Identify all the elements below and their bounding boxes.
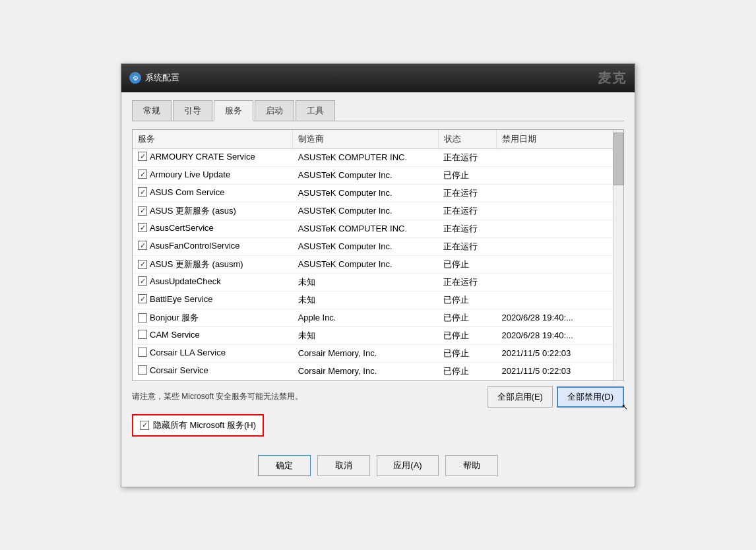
service-name: ARMOURY CRATE Service — [150, 152, 255, 162]
cancel-button[interactable]: 取消 — [317, 455, 370, 476]
table-row[interactable]: ARMOURY CRATE ServiceASUSTeK COMPUTER IN… — [133, 148, 613, 166]
service-manufacturer: 未知 — [293, 291, 439, 309]
table-row[interactable]: ASUS 更新服务 (asusm)ASUSTeK Computer Inc.已停… — [133, 255, 613, 273]
service-status: 正在运行 — [438, 273, 496, 291]
service-checkbox[interactable] — [138, 313, 147, 322]
service-name-cell: AsusUpdateCheck — [133, 274, 293, 289]
service-checkbox[interactable] — [138, 206, 147, 216]
table-row[interactable]: AsusCertServiceASUSTeK COMPUTER INC.正在运行 — [133, 220, 613, 237]
window-title: 系统配置 — [145, 72, 179, 84]
service-name-cell: ASUS 更新服务 (asusm) — [133, 256, 293, 273]
service-status: 正在运行 — [438, 184, 496, 202]
service-manufacturer: ASUSTeK Computer Inc. — [293, 237, 439, 255]
tab-services[interactable]: 服务 — [214, 100, 253, 121]
service-checkbox[interactable] — [138, 294, 147, 303]
col-header-status: 状态 — [438, 130, 496, 149]
apply-button[interactable]: 应用(A) — [377, 455, 438, 476]
service-disabled-date: 2021/11/5 0:22:03 — [496, 344, 613, 362]
table-row[interactable]: AsusUpdateCheck未知正在运行 — [133, 273, 613, 291]
tab-boot[interactable]: 引导 — [173, 100, 212, 121]
table-wrapper: 服务 制造商 状态 禁用日期 ARMOURY CRATE ServiceASUS… — [133, 130, 613, 381]
service-name-cell: BattlEye Service — [133, 291, 293, 307]
service-name: CAM Service — [150, 330, 200, 340]
watermark: 麦克 — [598, 69, 627, 87]
service-name-cell: ASUS 更新服务 (asus) — [133, 202, 293, 220]
service-disabled-date — [496, 202, 613, 220]
col-header-service: 服务 — [133, 130, 293, 149]
notice-text: 请注意，某些 Microsoft 安全服务可能无法禁用。 — [132, 391, 303, 402]
hide-ms-checkbox-row[interactable]: 隐藏所有 Microsoft 服务(H) — [132, 414, 264, 437]
service-name-cell: Corsair LLA Service — [133, 345, 293, 360]
service-name: Corsair LLA Service — [150, 348, 226, 357]
service-manufacturer: Apple Inc. — [293, 309, 439, 326]
ok-button[interactable]: 确定 — [258, 455, 311, 476]
table-row[interactable]: Corsair ServiceCorsair Memory, Inc.已停止20… — [133, 362, 613, 380]
service-manufacturer: ASUSTeK COMPUTER INC. — [293, 220, 439, 237]
help-button[interactable]: 帮助 — [445, 455, 498, 476]
service-checkbox[interactable] — [138, 276, 147, 286]
table-row[interactable]: Bonjour 服务Apple Inc.已停止2020/6/28 19:40:.… — [133, 309, 613, 326]
services-container: 服务 制造商 状态 禁用日期 ARMOURY CRATE ServiceASUS… — [132, 129, 624, 381]
service-name: ASUS 更新服务 (asus) — [150, 205, 236, 217]
main-content: 常规 引导 服务 启动 工具 服务 制造商 状态 禁用日期 — [121, 92, 635, 487]
service-name-cell: AsusCertService — [133, 220, 293, 235]
service-disabled-date — [496, 255, 613, 273]
service-name: ASUS Com Service — [150, 187, 224, 197]
table-row[interactable]: BattlEye Service未知已停止 — [133, 291, 613, 309]
service-name-cell: Armoury Live Update — [133, 167, 293, 182]
service-name: AsusUpdateCheck — [150, 276, 221, 286]
service-status: 已停止 — [438, 309, 496, 326]
service-manufacturer: 未知 — [293, 273, 439, 291]
service-name: ASUS 更新服务 (asusm) — [150, 259, 243, 270]
service-status: 正在运行 — [438, 237, 496, 255]
col-header-disabled-date: 禁用日期 — [496, 130, 613, 149]
service-checkbox[interactable] — [138, 152, 147, 161]
service-checkbox[interactable] — [138, 260, 147, 269]
service-name-cell: ARMOURY CRATE Service — [133, 149, 293, 164]
service-status: 已停止 — [438, 344, 496, 362]
service-status: 已停止 — [438, 362, 496, 380]
service-name-cell: AsusFanControlService — [133, 238, 293, 253]
service-checkbox[interactable] — [138, 169, 147, 179]
service-status: 正在运行 — [438, 148, 496, 166]
hide-ms-checkbox[interactable] — [140, 421, 149, 430]
table-row[interactable]: Armoury Live UpdateASUSTeK Computer Inc.… — [133, 166, 613, 184]
service-checkbox[interactable] — [138, 187, 147, 197]
tab-general[interactable]: 常规 — [132, 100, 172, 121]
service-disabled-date — [496, 148, 613, 166]
tab-startup[interactable]: 启动 — [255, 100, 294, 121]
table-row[interactable]: CAM Service未知已停止2020/6/28 19:40:... — [133, 326, 613, 344]
service-manufacturer: ASUSTeK Computer Inc. — [293, 184, 439, 202]
service-checkbox[interactable] — [138, 241, 147, 250]
service-disabled-date — [496, 291, 613, 309]
table-row[interactable]: Corsair LLA ServiceCorsair Memory, Inc.已… — [133, 344, 613, 362]
service-name: Armoury Live Update — [150, 169, 230, 179]
table-row[interactable]: ASUS 更新服务 (asus)ASUSTeK Computer Inc.正在运… — [133, 202, 613, 220]
service-manufacturer: Corsair Memory, Inc. — [293, 344, 439, 362]
service-name-cell: Corsair Service — [133, 363, 293, 378]
service-status: 正在运行 — [438, 220, 496, 237]
service-checkbox[interactable] — [138, 223, 147, 232]
bottom-row: 请注意，某些 Microsoft 安全服务可能无法禁用。 全部启用(E) 全部禁… — [132, 386, 624, 408]
tab-tools[interactable]: 工具 — [296, 100, 335, 121]
system-config-window: ⚙ 系统配置 麦克 常规 引导 服务 启动 工具 服务 制造商 — [121, 63, 635, 487]
footer-buttons: 确定 取消 应用(A) 帮助 — [132, 455, 624, 476]
scrollbar[interactable] — [613, 130, 623, 381]
titlebar-left: ⚙ 系统配置 — [129, 72, 179, 84]
service-name: AsusFanControlService — [150, 241, 240, 251]
service-disabled-date — [496, 166, 613, 184]
service-checkbox[interactable] — [138, 365, 147, 375]
service-disabled-date: 2021/11/5 0:22:03 — [496, 362, 613, 380]
service-disabled-date — [496, 220, 613, 237]
hide-ms-label: 隐藏所有 Microsoft 服务(H) — [153, 419, 256, 431]
service-checkbox[interactable] — [138, 348, 147, 357]
service-checkbox[interactable] — [138, 330, 147, 339]
enable-all-button[interactable]: 全部启用(E) — [488, 386, 553, 408]
scrollbar-thumb[interactable] — [614, 133, 623, 185]
table-scroll-area: 服务 制造商 状态 禁用日期 ARMOURY CRATE ServiceASUS… — [133, 130, 623, 381]
table-row[interactable]: ASUS Com ServiceASUSTeK Computer Inc.正在运… — [133, 184, 613, 202]
service-manufacturer: 未知 — [293, 326, 439, 344]
table-row[interactable]: AsusFanControlServiceASUSTeK Computer In… — [133, 237, 613, 255]
disable-all-button[interactable]: 全部禁用(D) — [557, 386, 624, 408]
service-manufacturer: ASUSTeK Computer Inc. — [293, 166, 439, 184]
